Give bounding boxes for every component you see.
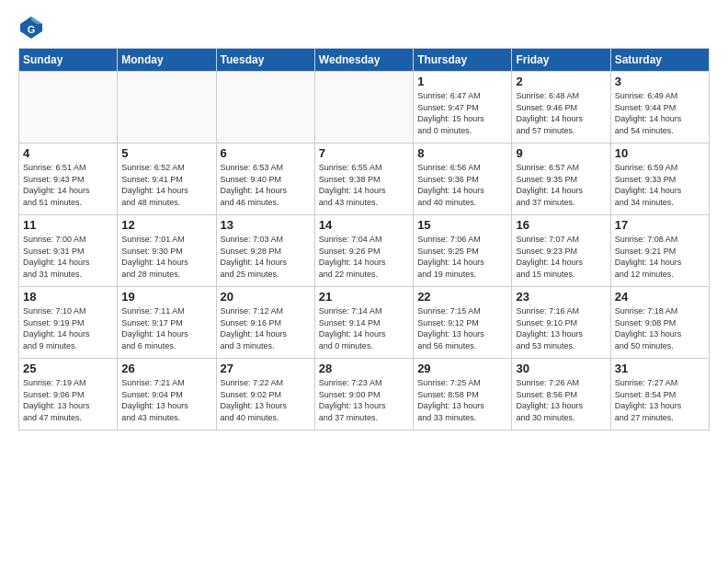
calendar-cell: 26Sunrise: 7:21 AM Sunset: 9:04 PM Dayli… [118, 359, 216, 431]
day-detail: Sunrise: 7:23 AM Sunset: 9:00 PM Dayligh… [319, 377, 409, 423]
day-detail: Sunrise: 7:26 AM Sunset: 8:56 PM Dayligh… [516, 377, 606, 423]
day-number: 15 [417, 218, 507, 232]
day-number: 4 [23, 146, 113, 160]
calendar-cell: 29Sunrise: 7:25 AM Sunset: 8:58 PM Dayli… [414, 359, 512, 431]
day-detail: Sunrise: 7:03 AM Sunset: 9:28 PM Dayligh… [221, 234, 311, 280]
calendar-cell: 2Sunrise: 6:48 AM Sunset: 9:46 PM Daylig… [512, 72, 610, 144]
day-detail: Sunrise: 7:27 AM Sunset: 8:54 PM Dayligh… [615, 377, 705, 423]
day-number: 11 [23, 218, 113, 232]
calendar-cell: 13Sunrise: 7:03 AM Sunset: 9:28 PM Dayli… [216, 215, 314, 287]
calendar-cell: 7Sunrise: 6:55 AM Sunset: 9:38 PM Daylig… [314, 144, 413, 215]
day-number: 9 [516, 146, 606, 160]
day-number: 27 [221, 362, 311, 375]
day-detail: Sunrise: 6:59 AM Sunset: 9:33 PM Dayligh… [615, 162, 705, 208]
day-detail: Sunrise: 6:51 AM Sunset: 9:43 PM Dayligh… [23, 162, 113, 208]
calendar-week-row: 11Sunrise: 7:00 AM Sunset: 9:31 PM Dayli… [19, 215, 710, 287]
day-number: 6 [221, 146, 311, 160]
calendar-cell: 8Sunrise: 6:56 AM Sunset: 9:36 PM Daylig… [414, 144, 512, 215]
logo: G [18, 15, 48, 40]
weekday-header-row: SundayMondayTuesdayWednesdayThursdayFrid… [19, 49, 710, 72]
day-detail: Sunrise: 7:19 AM Sunset: 9:06 PM Dayligh… [23, 377, 113, 423]
calendar-cell: 21Sunrise: 7:14 AM Sunset: 9:14 PM Dayli… [314, 287, 413, 359]
day-number: 1 [417, 75, 507, 88]
day-detail: Sunrise: 7:00 AM Sunset: 9:31 PM Dayligh… [23, 234, 113, 280]
day-detail: Sunrise: 7:16 AM Sunset: 9:10 PM Dayligh… [516, 305, 606, 351]
day-number: 20 [221, 290, 311, 304]
weekday-header-wednesday: Wednesday [314, 49, 413, 72]
calendar-cell: 9Sunrise: 6:57 AM Sunset: 9:35 PM Daylig… [512, 144, 610, 215]
day-number: 16 [516, 218, 606, 232]
day-number: 25 [23, 362, 113, 375]
calendar-cell: 19Sunrise: 7:11 AM Sunset: 9:17 PM Dayli… [118, 287, 216, 359]
day-detail: Sunrise: 7:21 AM Sunset: 9:04 PM Dayligh… [121, 377, 211, 423]
calendar-cell [314, 72, 413, 144]
calendar-cell: 10Sunrise: 6:59 AM Sunset: 9:33 PM Dayli… [610, 144, 709, 215]
calendar-cell [216, 72, 314, 144]
svg-text:G: G [28, 24, 36, 35]
day-detail: Sunrise: 6:47 AM Sunset: 9:47 PM Dayligh… [417, 90, 507, 136]
calendar-cell: 12Sunrise: 7:01 AM Sunset: 9:30 PM Dayli… [118, 215, 216, 287]
day-detail: Sunrise: 7:11 AM Sunset: 9:17 PM Dayligh… [121, 305, 211, 351]
day-detail: Sunrise: 6:53 AM Sunset: 9:40 PM Dayligh… [221, 162, 311, 208]
header: G [18, 15, 710, 40]
calendar-cell: 24Sunrise: 7:18 AM Sunset: 9:08 PM Dayli… [610, 287, 709, 359]
day-number: 17 [615, 218, 705, 232]
weekday-header-saturday: Saturday [610, 49, 709, 72]
day-number: 14 [319, 218, 409, 232]
day-number: 21 [319, 290, 409, 304]
calendar-week-row: 25Sunrise: 7:19 AM Sunset: 9:06 PM Dayli… [19, 359, 710, 431]
day-number: 13 [221, 218, 311, 232]
calendar-cell: 3Sunrise: 6:49 AM Sunset: 9:44 PM Daylig… [610, 72, 709, 144]
weekday-header-monday: Monday [118, 49, 216, 72]
calendar-cell: 18Sunrise: 7:10 AM Sunset: 9:19 PM Dayli… [19, 287, 118, 359]
day-detail: Sunrise: 6:52 AM Sunset: 9:41 PM Dayligh… [121, 162, 211, 208]
day-number: 22 [417, 290, 507, 304]
day-detail: Sunrise: 7:18 AM Sunset: 9:08 PM Dayligh… [615, 305, 705, 351]
calendar-cell: 16Sunrise: 7:07 AM Sunset: 9:23 PM Dayli… [512, 215, 610, 287]
calendar-cell: 4Sunrise: 6:51 AM Sunset: 9:43 PM Daylig… [19, 144, 118, 215]
day-detail: Sunrise: 6:55 AM Sunset: 9:38 PM Dayligh… [319, 162, 409, 208]
calendar-cell: 1Sunrise: 6:47 AM Sunset: 9:47 PM Daylig… [414, 72, 512, 144]
day-number: 8 [417, 146, 507, 160]
day-detail: Sunrise: 7:06 AM Sunset: 9:25 PM Dayligh… [417, 234, 507, 280]
day-detail: Sunrise: 7:22 AM Sunset: 9:02 PM Dayligh… [221, 377, 311, 423]
day-detail: Sunrise: 7:12 AM Sunset: 9:16 PM Dayligh… [221, 305, 311, 351]
weekday-header-friday: Friday [512, 49, 610, 72]
day-detail: Sunrise: 6:56 AM Sunset: 9:36 PM Dayligh… [417, 162, 507, 208]
day-detail: Sunrise: 7:25 AM Sunset: 8:58 PM Dayligh… [417, 377, 507, 423]
day-number: 3 [615, 75, 705, 88]
day-detail: Sunrise: 7:08 AM Sunset: 9:21 PM Dayligh… [615, 234, 705, 280]
calendar-cell: 15Sunrise: 7:06 AM Sunset: 9:25 PM Dayli… [414, 215, 512, 287]
day-detail: Sunrise: 6:57 AM Sunset: 9:35 PM Dayligh… [516, 162, 606, 208]
day-detail: Sunrise: 7:15 AM Sunset: 9:12 PM Dayligh… [417, 305, 507, 351]
calendar-cell: 22Sunrise: 7:15 AM Sunset: 9:12 PM Dayli… [414, 287, 512, 359]
day-detail: Sunrise: 7:14 AM Sunset: 9:14 PM Dayligh… [319, 305, 409, 351]
calendar-week-row: 4Sunrise: 6:51 AM Sunset: 9:43 PM Daylig… [19, 144, 710, 215]
calendar-cell: 23Sunrise: 7:16 AM Sunset: 9:10 PM Dayli… [512, 287, 610, 359]
calendar-cell: 30Sunrise: 7:26 AM Sunset: 8:56 PM Dayli… [512, 359, 610, 431]
day-number: 2 [516, 75, 606, 88]
day-number: 19 [121, 290, 211, 304]
day-detail: Sunrise: 7:07 AM Sunset: 9:23 PM Dayligh… [516, 234, 606, 280]
day-detail: Sunrise: 6:49 AM Sunset: 9:44 PM Dayligh… [615, 90, 705, 136]
calendar-cell [118, 72, 216, 144]
calendar-cell: 5Sunrise: 6:52 AM Sunset: 9:41 PM Daylig… [118, 144, 216, 215]
calendar-cell: 6Sunrise: 6:53 AM Sunset: 9:40 PM Daylig… [216, 144, 314, 215]
calendar-cell: 25Sunrise: 7:19 AM Sunset: 9:06 PM Dayli… [19, 359, 118, 431]
calendar-week-row: 1Sunrise: 6:47 AM Sunset: 9:47 PM Daylig… [19, 72, 710, 144]
day-number: 23 [516, 290, 606, 304]
day-detail: Sunrise: 6:48 AM Sunset: 9:46 PM Dayligh… [516, 90, 606, 136]
day-detail: Sunrise: 7:10 AM Sunset: 9:19 PM Dayligh… [23, 305, 113, 351]
logo-icon: G [18, 15, 44, 40]
calendar-week-row: 18Sunrise: 7:10 AM Sunset: 9:19 PM Dayli… [19, 287, 710, 359]
calendar-cell: 28Sunrise: 7:23 AM Sunset: 9:00 PM Dayli… [314, 359, 413, 431]
day-number: 30 [516, 362, 606, 375]
day-number: 24 [615, 290, 705, 304]
calendar-cell: 11Sunrise: 7:00 AM Sunset: 9:31 PM Dayli… [19, 215, 118, 287]
day-detail: Sunrise: 7:01 AM Sunset: 9:30 PM Dayligh… [121, 234, 211, 280]
day-number: 12 [121, 218, 211, 232]
weekday-header-thursday: Thursday [414, 49, 512, 72]
day-number: 26 [121, 362, 211, 375]
day-number: 18 [23, 290, 113, 304]
day-number: 7 [319, 146, 409, 160]
